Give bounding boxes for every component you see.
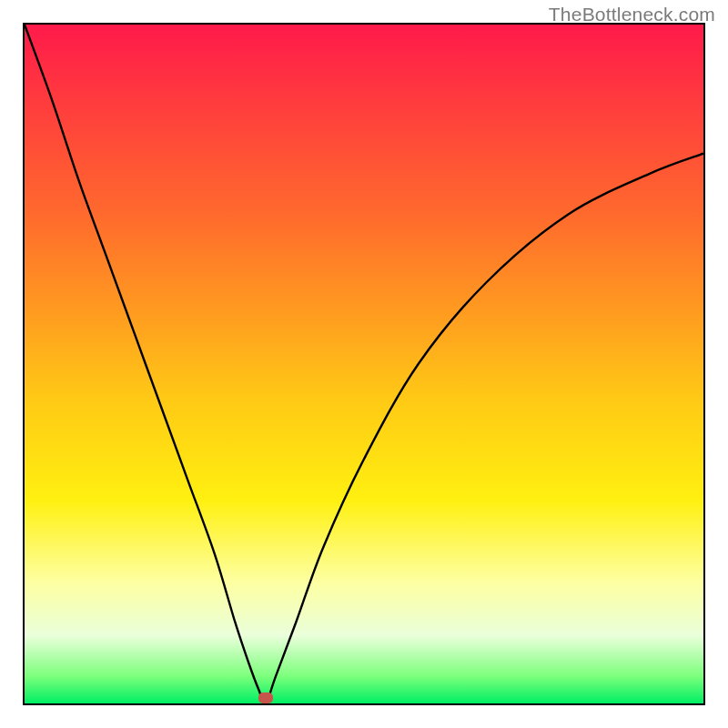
bottleneck-curve [25, 25, 703, 703]
watermark-text: TheBottleneck.com [549, 4, 715, 25]
optimal-marker [258, 693, 273, 703]
plot-frame [23, 23, 705, 705]
chart-container: TheBottleneck.com [0, 0, 728, 728]
